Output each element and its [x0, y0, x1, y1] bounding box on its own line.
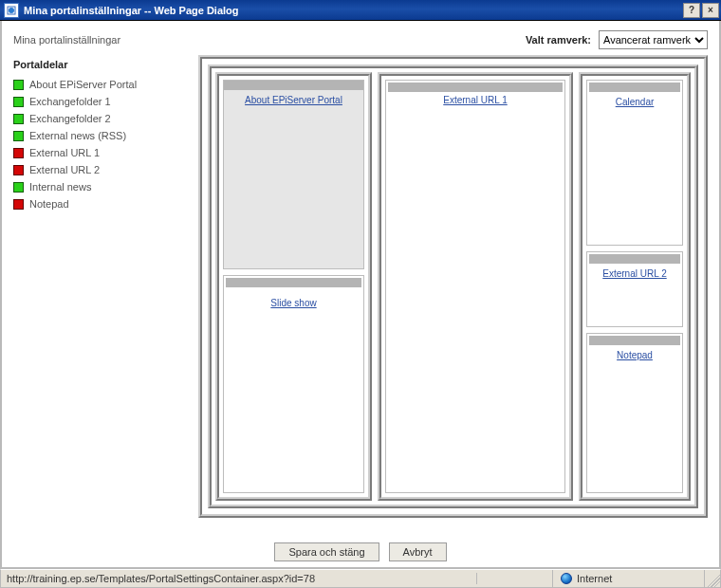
ie-page-icon — [4, 3, 19, 18]
portlet-header-bar — [589, 83, 680, 92]
portlet-header-bar — [226, 278, 361, 287]
portal-part-label: Notepad — [29, 198, 69, 210]
portal-part-item[interactable]: Exchangefolder 2 — [13, 110, 189, 127]
portlet-header-bar — [388, 83, 563, 92]
framework-select[interactable]: Avancerat ramverk — [599, 30, 708, 49]
window-body: Mina portalinställningar Valt ramverk: A… — [0, 21, 721, 569]
portlet-header-bar — [589, 336, 680, 345]
portal-part-label: Exchangefolder 2 — [29, 113, 111, 124]
portal-part-label: Exchangefolder 1 — [29, 96, 111, 107]
portal-part-label: About EPiServer Portal — [29, 79, 137, 90]
layout-column-2[interactable]: External URL 1 — [378, 72, 573, 501]
header-row: Mina portalinställningar Valt ramverk: A… — [2, 21, 719, 55]
portal-part-label: External news (RSS) — [29, 130, 126, 141]
portlet-title-link[interactable]: Slide show — [270, 298, 316, 308]
portal-part-item[interactable]: External URL 2 — [13, 161, 189, 178]
status-square-icon — [13, 97, 24, 107]
portlet-external-url-1[interactable]: External URL 1 — [385, 80, 565, 493]
status-square-icon — [13, 131, 24, 141]
status-square-icon — [13, 182, 24, 193]
statusbar-spacer — [477, 570, 553, 587]
portlet-about[interactable]: About EPiServer Portal — [223, 80, 364, 269]
portlet-slideshow[interactable]: Slide show — [223, 275, 364, 493]
portlet-title-link[interactable]: External URL 1 — [443, 95, 507, 105]
portlet-title-link[interactable]: About EPiServer Portal — [245, 95, 342, 105]
layout-column-1[interactable]: About EPiServer Portal Slide show — [215, 72, 372, 501]
status-square-icon — [13, 199, 24, 210]
save-and-close-button[interactable]: Spara och stäng — [274, 542, 379, 561]
portal-part-item[interactable]: Internal news — [13, 178, 189, 195]
portlet-calendar[interactable]: Calendar — [586, 80, 683, 246]
portlet-title-link[interactable]: Calendar — [616, 97, 655, 107]
portlet-header-bar — [589, 254, 680, 264]
portlet-external-url-2[interactable]: External URL 2 — [586, 251, 683, 327]
sidebar: Portaldelar About EPiServer Portal Excha… — [13, 55, 189, 518]
status-square-icon — [13, 114, 24, 124]
portlet-header-bar — [224, 81, 363, 90]
status-square-icon — [13, 165, 24, 175]
svg-point-1 — [9, 8, 14, 13]
footer-buttons: Spara och stäng Avbryt — [2, 542, 719, 561]
page-title: Mina portalinställningar — [13, 34, 526, 46]
globe-icon — [561, 573, 572, 584]
portal-part-item[interactable]: External URL 1 — [13, 144, 189, 161]
status-square-icon — [13, 148, 24, 158]
status-square-icon — [13, 80, 24, 90]
portal-part-label: External URL 2 — [29, 164, 100, 175]
layout-preview-inner: About EPiServer Portal Slide show Extern… — [208, 64, 698, 508]
framework-label: Valt ramverk: — [526, 34, 591, 46]
cancel-button[interactable]: Avbryt — [389, 542, 447, 561]
help-button[interactable]: ? — [683, 3, 700, 18]
titlebar: Mina portalinställningar -- Web Page Dia… — [0, 0, 721, 21]
statusbar-url: http://training.ep.se/Templates/PortalSe… — [1, 573, 477, 584]
portal-part-item[interactable]: Exchangefolder 1 — [13, 93, 189, 110]
sidebar-heading: Portaldelar — [13, 59, 189, 70]
window-title: Mina portalinställningar -- Web Page Dia… — [24, 5, 681, 16]
content: Portaldelar About EPiServer Portal Excha… — [2, 55, 719, 518]
layout-preview: About EPiServer Portal Slide show Extern… — [198, 55, 708, 518]
statusbar: http://training.ep.se/Templates/PortalSe… — [0, 569, 721, 588]
resize-grip-icon[interactable] — [705, 570, 720, 587]
portal-part-item[interactable]: Notepad — [13, 195, 189, 212]
portlet-notepad[interactable]: Notepad — [586, 333, 683, 493]
portal-part-label: Internal news — [29, 181, 91, 193]
layout-column-3[interactable]: Calendar External URL 2 Notepad — [579, 72, 691, 501]
portlet-title-link[interactable]: External URL 2 — [602, 268, 666, 279]
portal-part-item[interactable]: External news (RSS) — [13, 127, 189, 144]
portal-part-item[interactable]: About EPiServer Portal — [13, 76, 189, 93]
portlet-title-link[interactable]: Notepad — [617, 350, 653, 360]
statusbar-zone: Internet — [553, 570, 705, 587]
close-button[interactable]: × — [702, 3, 719, 18]
portal-part-label: External URL 1 — [29, 147, 100, 158]
statusbar-zone-label: Internet — [577, 573, 612, 584]
